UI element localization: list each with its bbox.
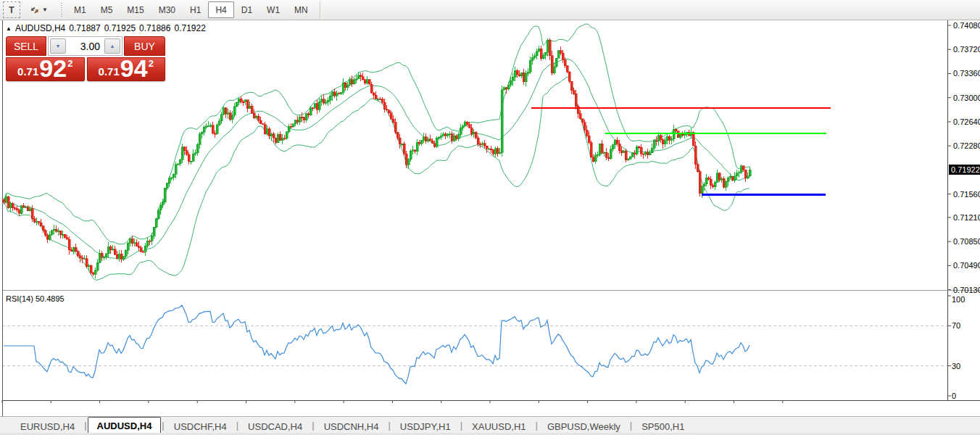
price-tick-label: 0.70490 bbox=[953, 261, 980, 270]
rsi-tick-label: 0 bbox=[952, 392, 956, 400]
chart-tab-usdcad[interactable]: USDCAD,H4 bbox=[239, 419, 311, 434]
rsi-tick-label: 70 bbox=[952, 321, 960, 330]
sell-price-pipette: 2 bbox=[67, 59, 72, 68]
ohlc-low: 0.71886 bbox=[139, 23, 170, 33]
collapse-trade-panel-icon[interactable]: ▲ bbox=[6, 25, 12, 32]
chart-tab-usdjpy[interactable]: USDJPY,H1 bbox=[391, 419, 460, 434]
chart-symbol-period: AUDUSD,H4 bbox=[15, 23, 65, 33]
buy-price-digits: 94 bbox=[120, 59, 148, 79]
timeframe-button-h1[interactable]: H1 bbox=[183, 1, 208, 18]
price-tick-label: 0.73720 bbox=[953, 45, 980, 54]
volume-box: ▼ 3.00 ▲ bbox=[48, 36, 122, 56]
timeframe-button-d1[interactable]: D1 bbox=[234, 1, 259, 18]
mt4-window: T ▼ M1M5M15M30H1H4D1W1MN ▲ AUDUSD,H4 0.7… bbox=[0, 0, 980, 435]
timeframe-button-mn[interactable]: MN bbox=[287, 1, 315, 18]
buy-price-pipette: 2 bbox=[149, 59, 154, 68]
rsi-tick-label: 30 bbox=[952, 362, 960, 370]
chart-tab-sp500[interactable]: SP500,H1 bbox=[633, 419, 693, 434]
buy-price-prefix: 0.71 bbox=[99, 66, 120, 77]
current-price-tag: 0.71922 bbox=[949, 165, 980, 175]
dropdown-caret-icon: ▼ bbox=[42, 7, 48, 13]
timeframe-group: M1M5M15M30H1H4D1W1MN bbox=[67, 1, 315, 18]
chart-window[interactable]: ▲ AUDUSD,H4 0.71887 0.71925 0.71886 0.71… bbox=[0, 20, 980, 435]
rsi-line bbox=[4, 305, 749, 384]
tab-separator: | bbox=[83, 420, 87, 431]
rsi-tick-label: 100 bbox=[952, 295, 965, 304]
sell-price-prefix: 0.71 bbox=[17, 66, 38, 77]
price-tick-label: 0.73360 bbox=[953, 69, 980, 78]
buy-button[interactable]: BUY bbox=[124, 36, 165, 56]
chart-title: ▲ AUDUSD,H4 0.71887 0.71925 0.71886 0.71… bbox=[6, 23, 206, 33]
price-tick-label: 0.70850 bbox=[953, 237, 980, 246]
price-chart-canvas[interactable] bbox=[0, 20, 980, 435]
volume-decrease-button[interactable]: ▼ bbox=[50, 38, 66, 54]
timeframe-button-h4[interactable]: H4 bbox=[208, 1, 233, 18]
price-tick-label: 0.70130 bbox=[953, 286, 980, 294]
ohlc-close: 0.71922 bbox=[174, 23, 205, 33]
chart-tab-audusd[interactable]: AUDUSD,H4 bbox=[88, 417, 162, 434]
volume-increase-button[interactable]: ▲ bbox=[104, 38, 120, 54]
arrange-charts-button[interactable]: ▼ bbox=[22, 1, 55, 18]
timeframe-button-w1[interactable]: W1 bbox=[259, 1, 287, 18]
volume-input[interactable]: 3.00 bbox=[67, 41, 103, 52]
diagonal-arrows-icon bbox=[29, 5, 41, 15]
timeframe-button-m30[interactable]: M30 bbox=[151, 1, 183, 18]
chart-tab-usdchf[interactable]: USDCHF,H4 bbox=[165, 419, 236, 434]
sell-price-button[interactable]: 0.71 92 2 bbox=[6, 57, 85, 81]
chart-tab-usdcnh[interactable]: USDCNH,H4 bbox=[315, 419, 388, 434]
text-tool-button[interactable]: T bbox=[3, 1, 20, 18]
price-tick-label: 0.73000 bbox=[953, 94, 980, 102]
sell-button[interactable]: SELL bbox=[6, 36, 46, 56]
timeframe-button-m5[interactable]: M5 bbox=[94, 1, 120, 18]
chart-tab-eurusd[interactable]: EURUSD,H4 bbox=[12, 419, 83, 434]
price-tick-label: 0.72280 bbox=[953, 141, 980, 150]
chart-tab-bar: EURUSD,H4|AUDUSD,H4|USDCHF,H4|USDCAD,H4|… bbox=[0, 416, 980, 434]
chart-tab-xauusd[interactable]: XAUUSD,H1 bbox=[463, 419, 534, 434]
ohlc-high: 0.71925 bbox=[104, 23, 136, 33]
one-click-trading-panel: SELL ▼ 3.00 ▲ BUY 0.71 92 2 0.71 94 2 bbox=[6, 36, 165, 81]
buy-price-button[interactable]: 0.71 94 2 bbox=[87, 57, 166, 81]
chart-tab-gbpusd[interactable]: GBPUSD,Weekly bbox=[539, 419, 629, 434]
timeframe-button-m15[interactable]: M15 bbox=[120, 1, 151, 18]
price-tick-label: 0.72640 bbox=[953, 117, 980, 126]
price-tick-label: 0.71210 bbox=[953, 213, 980, 222]
ohlc-open: 0.71887 bbox=[69, 23, 100, 33]
rsi-indicator-label: RSI(14) 50.4895 bbox=[6, 294, 65, 303]
price-tick-label: 0.74080 bbox=[953, 21, 980, 30]
sell-price-digits: 92 bbox=[39, 59, 67, 79]
timeframe-button-m1[interactable]: M1 bbox=[67, 1, 94, 18]
toolbar: T ▼ M1M5M15M30H1H4D1W1MN bbox=[0, 0, 980, 20]
toolbar-separator bbox=[320, 1, 320, 19]
toolbar-grip[interactable] bbox=[59, 3, 64, 17]
price-tick-label: 0.71560 bbox=[953, 190, 980, 199]
window-left-border bbox=[2, 20, 3, 416]
